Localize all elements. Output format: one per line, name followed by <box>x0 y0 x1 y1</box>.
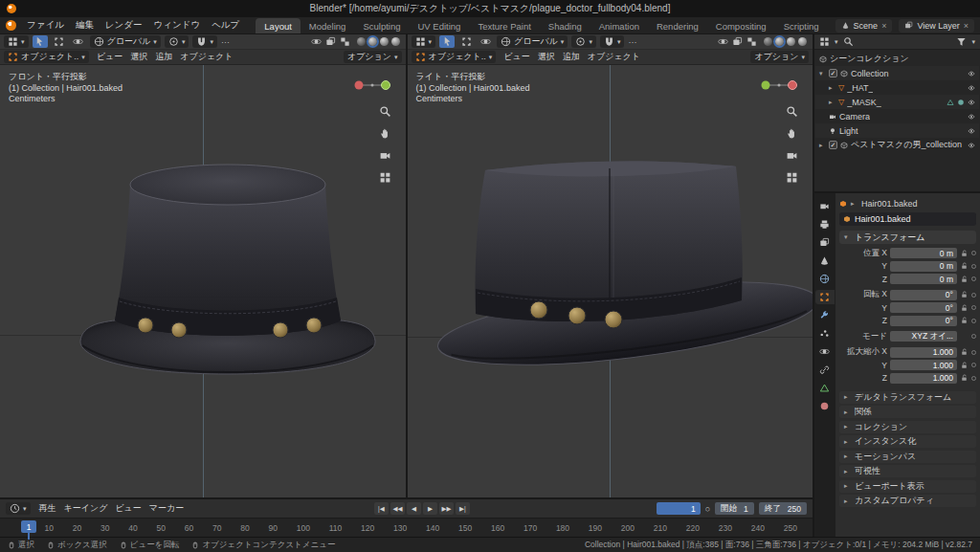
lock-icon[interactable] <box>960 373 969 383</box>
workspace-tab[interactable]: Sculpting <box>354 18 409 33</box>
collapsed-panel-header[interactable]: ▸ モーションパス <box>839 451 976 463</box>
workspace-tab[interactable]: Layout <box>256 18 301 33</box>
viewport-menu-item[interactable]: ビュー <box>93 51 126 63</box>
auto-keyframe-icon[interactable]: ○ <box>705 504 710 514</box>
material-shading-button[interactable] <box>380 37 389 46</box>
frame-start-field[interactable]: 開始 1 <box>715 502 754 515</box>
tab-scene[interactable] <box>815 254 835 268</box>
viewport-menu-item[interactable]: オブジェクト <box>176 51 236 63</box>
grid-toggle-icon[interactable] <box>379 171 391 184</box>
select-tool-button[interactable] <box>439 35 455 48</box>
options-dropdown[interactable]: オプション ▾ <box>750 51 809 63</box>
menu-item[interactable]: ヘルプ <box>206 17 245 33</box>
solid-shading-button[interactable] <box>368 37 377 46</box>
cursor-tool-button[interactable] <box>458 35 474 48</box>
expand-icon[interactable]: ▾ <box>819 70 826 77</box>
eye-icon[interactable] <box>968 99 975 106</box>
workspace-tab[interactable]: Rendering <box>648 18 707 33</box>
rendered-shading-button[interactable] <box>391 37 400 46</box>
frame-end-field[interactable]: 終了 250 <box>759 502 807 515</box>
menu-item[interactable]: 編集 <box>70 17 100 33</box>
transform-tool-button[interactable] <box>478 35 493 48</box>
scene-unlink-icon[interactable]: × <box>881 21 886 31</box>
editor-type-button[interactable]: ▾ <box>412 35 436 48</box>
outliner-row-hat[interactable]: ▸ ▽ _HAT_ <box>815 80 979 95</box>
outliner-row-camera[interactable]: Camera <box>815 109 979 123</box>
overlays-toggle-icon[interactable] <box>732 36 743 47</box>
menu-item[interactable]: レンダー <box>100 17 148 33</box>
eye-icon[interactable] <box>968 142 975 149</box>
proportional-edit-dropdown[interactable]: ▾ <box>165 35 189 48</box>
outliner-row-pest-collection[interactable]: ▸ ✓ ペストマスクの男_collection <box>815 138 979 152</box>
solid-shading-button[interactable] <box>775 37 784 46</box>
menu-item[interactable]: ファイル <box>21 17 70 33</box>
outliner-row-light[interactable]: Light <box>815 123 979 138</box>
collapsed-panel-header[interactable]: ▸ デルタトランスフォーム <box>839 391 976 404</box>
eye-icon[interactable] <box>968 84 975 92</box>
transport-button[interactable]: ▶ <box>423 502 437 515</box>
collection-checkbox[interactable]: ✓ <box>829 141 837 149</box>
filter-icon[interactable] <box>956 36 967 47</box>
viewport-right-canvas[interactable]: ライト・平行投影 (1) Collection | Hair001.baked … <box>408 65 813 497</box>
tab-particles[interactable] <box>815 326 835 341</box>
animate-dot[interactable] <box>971 293 976 298</box>
timeline-menu-item[interactable]: 再生 <box>35 502 60 515</box>
workspace-tab[interactable]: UV Editing <box>410 18 470 33</box>
grid-toggle-icon[interactable] <box>786 171 798 184</box>
transport-button[interactable]: |◀ <box>374 502 389 515</box>
outliner-row-collection[interactable]: ▾ ✓ Collection <box>815 66 979 80</box>
search-icon[interactable] <box>843 36 854 47</box>
animate-dot[interactable] <box>971 305 976 310</box>
viewport-front-canvas[interactable]: フロント・平行投影 (1) Collection | Hair001.baked… <box>0 65 406 497</box>
tab-render[interactable] <box>815 199 835 213</box>
select-tool-button[interactable] <box>33 35 48 48</box>
options-dropdown[interactable]: オプション ▾ <box>344 51 402 63</box>
eye-icon[interactable] <box>968 127 975 135</box>
workspace-tab[interactable]: Animation <box>590 18 648 33</box>
navigation-gizmo[interactable] <box>757 77 801 94</box>
transform-value-field[interactable]: 0 m <box>890 248 957 258</box>
transform-panel-header[interactable]: ▾ トランスフォーム <box>839 231 976 244</box>
proportional-edit-dropdown[interactable]: ▾ <box>571 35 596 48</box>
tab-material[interactable] <box>815 399 835 413</box>
viewport-menu-item[interactable]: ビュー <box>500 51 533 63</box>
outliner-row-scene-collection[interactable]: シーンコレクション <box>815 52 979 66</box>
camera-view-icon[interactable] <box>379 149 391 162</box>
tab-object-data[interactable] <box>815 381 835 395</box>
lock-icon[interactable] <box>960 303 969 313</box>
workspace-tab[interactable]: Shading <box>540 18 590 33</box>
timeline-menu-item[interactable]: キーイング <box>60 502 112 515</box>
transform-value-field[interactable]: 1.000 <box>890 373 957 384</box>
animate-dot[interactable] <box>971 334 976 339</box>
collection-checkbox[interactable]: ✓ <box>829 69 837 77</box>
tab-modifiers[interactable] <box>815 308 835 322</box>
camera-view-icon[interactable] <box>786 149 798 162</box>
transport-button[interactable]: ◀◀ <box>390 502 405 515</box>
lock-icon[interactable] <box>960 249 969 258</box>
transform-value-field[interactable]: 0° <box>890 302 957 313</box>
transport-button[interactable]: ▶▶ <box>439 502 454 515</box>
view-layer-selector[interactable]: View Layer × <box>899 19 974 33</box>
collapse-icon[interactable]: ▸ <box>819 142 826 149</box>
transform-value-field[interactable]: 0 m <box>890 261 957 272</box>
blender-logo-icon[interactable] <box>6 20 16 31</box>
tab-object[interactable] <box>815 290 835 304</box>
transform-value-field[interactable]: 0 m <box>890 274 957 284</box>
gizmos-toggle-icon[interactable] <box>311 36 322 47</box>
lock-icon[interactable] <box>960 316 969 325</box>
transform-value-field[interactable]: 0° <box>890 316 957 326</box>
pan-hand-icon[interactable] <box>786 127 798 140</box>
lock-icon[interactable] <box>960 261 969 271</box>
tab-world[interactable] <box>815 272 835 286</box>
xray-toggle-icon[interactable] <box>746 36 757 47</box>
animate-dot[interactable] <box>971 264 976 269</box>
workspace-tab[interactable]: Compositing <box>707 18 775 33</box>
wireframe-shading-button[interactable] <box>764 37 772 46</box>
gizmos-toggle-icon[interactable] <box>718 36 728 47</box>
header-overflow-icon[interactable]: ··· <box>628 37 636 47</box>
animate-dot[interactable] <box>971 376 976 381</box>
tab-physics[interactable] <box>815 344 835 359</box>
workspace-tab[interactable]: Texture Paint <box>469 18 539 33</box>
mode-selector[interactable]: オブジェクト.. ▾ <box>4 51 89 63</box>
lock-icon[interactable] <box>960 290 969 299</box>
